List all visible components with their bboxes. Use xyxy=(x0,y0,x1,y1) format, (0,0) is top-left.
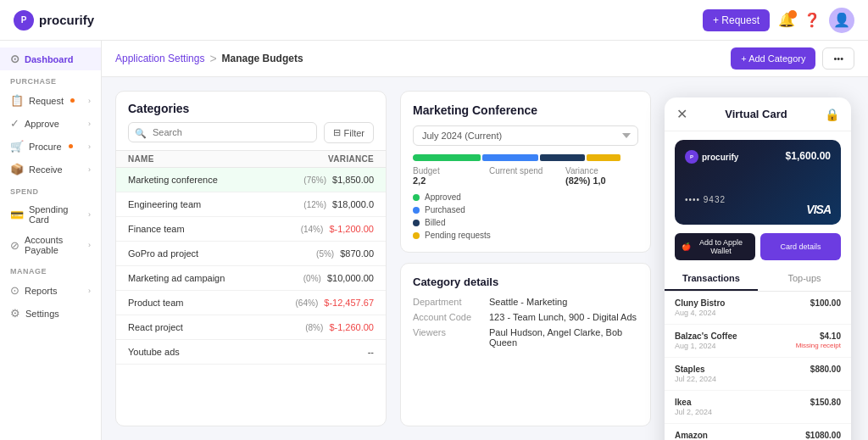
avatar[interactable]: 👤 xyxy=(829,8,854,33)
vc-header: ✕ Virtual Card 🔒 xyxy=(665,97,851,131)
legend-label-purchased: Purchased xyxy=(425,205,465,214)
sidebar-item-dashboard[interactable]: ⊙ Dashboard xyxy=(0,47,101,70)
category-variance: (12%) $18,000.0 xyxy=(303,199,374,209)
budget-label: Budget xyxy=(413,166,486,175)
vc-tabs: Transactions Top-ups xyxy=(665,267,851,292)
transaction-row[interactable]: Balzac's Coffee Aug 1, 2024 $4.10 Missin… xyxy=(665,325,851,358)
transaction-row[interactable]: Cluny Bistro Aug 4, 2024 $100.00 xyxy=(665,292,851,325)
col-name: Name xyxy=(128,154,154,164)
filter-button[interactable]: ⊟ Filter xyxy=(324,122,374,143)
legend-label-approved: Approved xyxy=(425,192,461,202)
more-options-button[interactable]: ••• xyxy=(822,47,854,70)
receive-icon: 📦 xyxy=(10,163,24,175)
category-name: Marketing conference xyxy=(128,175,218,185)
detail-row-viewers: Viewers Paul Hudson, Angel Clarke, Bob Q… xyxy=(413,327,638,348)
table-row[interactable]: Marketing ad campaign (0%) $10,000.00 xyxy=(116,266,386,291)
category-details-card: Category details Department Seattle - Ma… xyxy=(400,263,651,426)
table-row[interactable]: React project (8%) $-1,260.00 xyxy=(116,315,386,340)
category-list: Marketing conference (76%) $1,850.00 Eng… xyxy=(116,168,386,426)
table-row[interactable]: Product team (64%) $-12,457.67 xyxy=(116,291,386,315)
request-button[interactable]: + Request xyxy=(703,9,770,31)
category-name: GoPro ad project xyxy=(128,248,198,259)
notifications-button[interactable]: 🔔 xyxy=(778,12,795,28)
sidebar-item-label: Accounts Payable xyxy=(25,235,88,255)
department-label: Department xyxy=(413,297,481,307)
search-filter-row: 🔍 ⊟ Filter xyxy=(116,122,386,150)
txn-date: Jul 2, 2024 xyxy=(675,408,712,416)
legend-dot-purchased xyxy=(413,207,420,214)
request-icon: 📋 xyxy=(10,94,24,107)
sidebar: ⊙ Dashboard Purchase 📋 Request › ✓ Appro… xyxy=(0,41,102,440)
variance-label: Variance xyxy=(565,166,638,175)
search-icon: 🔍 xyxy=(135,127,147,138)
vc-card-number: •••• 9432 xyxy=(685,195,726,204)
variance-value: (82%) 1,0 xyxy=(565,175,638,186)
sidebar-item-spending-card[interactable]: 💳 Spending Card › xyxy=(0,199,101,230)
tab-topups[interactable]: Top-ups xyxy=(758,267,851,291)
viewers-value: Paul Hudson, Angel Clarke, Bob Queen xyxy=(489,327,638,348)
sidebar-section-purchase: Purchase xyxy=(0,70,101,89)
table-row[interactable]: Finance team (14%) $-1,200.00 xyxy=(116,217,386,242)
category-variance: (0%) $10,000.00 xyxy=(303,273,374,283)
table-row[interactable]: GoPro ad project (5%) $870.00 xyxy=(116,242,386,266)
breadcrumb-link[interactable]: Application Settings xyxy=(115,53,204,64)
search-input[interactable] xyxy=(128,122,317,142)
add-category-button[interactable]: + Add Category xyxy=(731,47,815,70)
dashboard-icon: ⊙ xyxy=(10,53,19,65)
sidebar-item-reports[interactable]: ⊙ Reports › xyxy=(0,279,101,302)
txn-date: Jul 22, 2024 xyxy=(675,375,716,383)
vc-close-button[interactable]: ✕ xyxy=(676,106,687,122)
request-dot xyxy=(70,98,75,103)
txn-amount: $4.10 xyxy=(796,331,841,341)
sidebar-item-settings[interactable]: ⚙ Settings xyxy=(0,302,101,325)
transaction-row[interactable]: Ikea Jul 2, 2024 $150.80 xyxy=(665,391,851,424)
legend-dot-billed xyxy=(413,220,420,226)
category-name: Finance team xyxy=(128,224,185,234)
sidebar-item-label: Reports xyxy=(25,286,58,296)
legend-label-pending: Pending requests xyxy=(425,231,491,240)
help-button[interactable]: ❓ xyxy=(804,12,821,28)
table-row[interactable]: Marketing conference (76%) $1,850.00 xyxy=(116,168,386,192)
marketing-title: Marketing Conference xyxy=(413,103,638,117)
nav-right: + Request 🔔 ❓ 👤 xyxy=(703,8,854,33)
app-body: ⊙ Dashboard Purchase 📋 Request › ✓ Appro… xyxy=(0,41,868,440)
marketing-card: Marketing Conference July 2024 (Current)… xyxy=(400,91,651,253)
legend-dot-pending xyxy=(413,232,420,239)
sidebar-item-label: Procure xyxy=(29,142,62,152)
budget-value: 2,2 xyxy=(413,175,486,186)
sidebar-item-label: Approve xyxy=(25,119,59,129)
txn-name: Amazon xyxy=(675,431,712,440)
sidebar-item-accounts-payable[interactable]: ⊘ Accounts Payable › xyxy=(0,230,101,260)
table-row[interactable]: Engineering team (12%) $18,000.0 xyxy=(116,192,386,217)
sidebar-item-procure[interactable]: 🛒 Procure › xyxy=(0,135,101,158)
vc-title: Virtual Card xyxy=(725,108,787,120)
detail-row-account-code: Account Code 123 - Team Lunch, 900 - Dig… xyxy=(413,312,638,322)
breadcrumb-current: Manage Budgets xyxy=(222,53,303,64)
apple-wallet-button[interactable]: 🍎 Add to Apple Wallet xyxy=(675,233,755,260)
spend-label: Current spend xyxy=(489,166,562,175)
search-box: 🔍 xyxy=(128,122,317,143)
card-details-button[interactable]: Card details xyxy=(760,233,841,260)
period-select[interactable]: July 2024 (Current) xyxy=(413,125,638,146)
sidebar-item-receive[interactable]: 📦 Receive › xyxy=(0,158,101,181)
breadcrumb: Application Settings > Manage Budgets xyxy=(115,52,303,65)
sidebar-item-approve[interactable]: ✓ Approve › xyxy=(0,112,101,135)
spending-card-icon: 💳 xyxy=(10,209,24,221)
table-row[interactable]: Youtube ads -- xyxy=(116,340,386,365)
progress-segment-billed xyxy=(540,154,585,161)
tab-transactions[interactable]: Transactions xyxy=(665,267,758,291)
sidebar-section-manage: Manage xyxy=(0,260,101,279)
lock-icon: 🔒 xyxy=(825,108,839,121)
sidebar-item-label: Settings xyxy=(25,309,59,319)
transaction-row[interactable]: Staples Jul 22, 2024 $880.00 xyxy=(665,358,851,391)
budget-stats: Budget 2,2 Current spend Variance (82%) … xyxy=(413,166,638,186)
viewers-label: Viewers xyxy=(413,327,481,348)
content-area: Categories 🔍 ⊟ Filter Name Variance xyxy=(102,77,868,440)
transaction-row[interactable]: Amazon Jul 1, 2024 $1080.00 xyxy=(665,424,851,440)
sidebar-section-spend: Spend xyxy=(0,181,101,199)
top-nav: P procurify + Request 🔔 ❓ 👤 xyxy=(0,0,868,41)
vc-card-logo-icon: P xyxy=(685,150,698,164)
category-name: Engineering team xyxy=(128,199,201,209)
txn-name: Cluny Bistro xyxy=(675,298,725,308)
sidebar-item-request[interactable]: 📋 Request › xyxy=(0,89,101,112)
